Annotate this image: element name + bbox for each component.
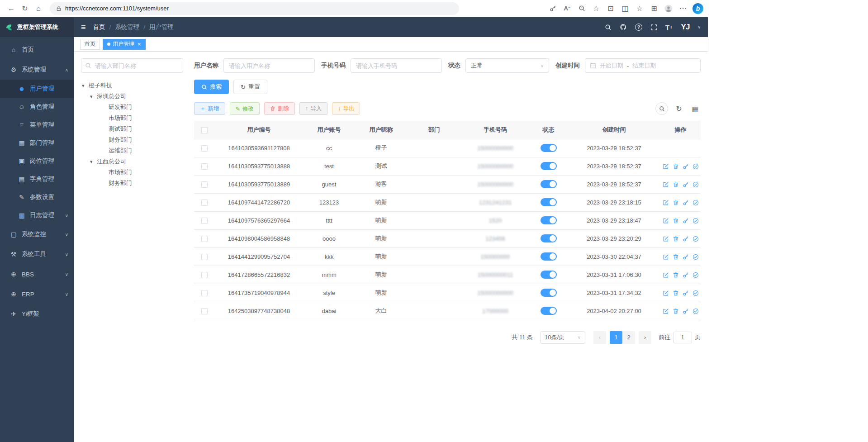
sidebar-item-yi[interactable]: ✈Yi框架	[0, 304, 74, 324]
status-toggle[interactable]	[541, 271, 557, 279]
reset-password-icon[interactable]	[683, 290, 689, 296]
check-circle-icon[interactable]	[693, 308, 699, 314]
delete-icon[interactable]	[673, 272, 679, 278]
check-circle-icon[interactable]	[693, 290, 699, 296]
row-checkbox[interactable]	[201, 308, 208, 314]
sidebar-item-system[interactable]: ⚙系统管理∧	[0, 60, 74, 80]
read-aloud-icon[interactable]: A”	[560, 2, 574, 15]
add-button[interactable]: ＋新增	[194, 102, 225, 115]
reset-password-icon[interactable]	[683, 236, 689, 242]
check-circle-icon[interactable]	[693, 272, 699, 278]
help-icon[interactable]: ?	[635, 24, 642, 31]
edit-icon[interactable]	[663, 236, 669, 242]
refresh-table-icon[interactable]: ↻	[674, 102, 684, 115]
tree-node[interactable]: 运维部门	[81, 145, 183, 156]
edit-icon[interactable]	[663, 181, 669, 188]
tab-home[interactable]: 首页	[80, 39, 100, 50]
sidebar-item-user[interactable]: ☻用户管理	[0, 80, 74, 98]
zoom-icon[interactable]	[575, 2, 588, 15]
sidebar-item-log[interactable]: ▥日志管理∨	[0, 206, 74, 224]
sidebar-item-dict[interactable]: ▤字典管理	[0, 170, 74, 188]
search-button[interactable]: 搜索	[194, 80, 229, 94]
status-toggle[interactable]	[541, 307, 557, 315]
split-screen-icon[interactable]: ◫	[618, 2, 632, 15]
row-checkbox[interactable]	[201, 254, 208, 260]
sidebar-item-dept[interactable]: ▦部门管理	[0, 134, 74, 152]
font-size-icon[interactable]: TT	[665, 24, 673, 31]
sidebar-item-role[interactable]: ☺角色管理	[0, 98, 74, 116]
check-circle-icon[interactable]	[693, 200, 699, 206]
tree-node[interactable]: 市场部门	[81, 167, 183, 178]
reset-password-icon[interactable]	[683, 308, 689, 314]
toggle-search-icon[interactable]	[655, 102, 668, 115]
sidebar-item-home[interactable]: ⌂首页	[0, 40, 74, 60]
row-checkbox[interactable]	[201, 163, 208, 170]
more-options-icon[interactable]: ⋯	[676, 2, 690, 15]
status-toggle[interactable]	[541, 162, 557, 170]
reset-password-icon[interactable]	[683, 200, 689, 206]
edit-icon[interactable]	[663, 272, 669, 278]
status-toggle[interactable]	[541, 216, 557, 224]
copilot-icon[interactable]: b	[693, 3, 703, 14]
user-avatar[interactable]: YJ	[681, 23, 690, 32]
delete-icon[interactable]	[673, 163, 679, 170]
edit-icon[interactable]	[663, 290, 669, 296]
close-icon[interactable]: ×	[138, 41, 141, 47]
page-button-1[interactable]: 1	[610, 331, 622, 344]
sidebar-item-tools[interactable]: ⚒系统工具∨	[0, 244, 74, 264]
status-toggle[interactable]	[541, 234, 557, 242]
import-button[interactable]: ↑导入	[299, 102, 327, 115]
edit-icon[interactable]	[663, 254, 669, 260]
collections-icon[interactable]: ⊞	[647, 2, 661, 15]
dept-search-input[interactable]	[81, 58, 183, 73]
row-checkbox[interactable]	[201, 272, 208, 278]
tree-node[interactable]: 研发部门	[81, 102, 183, 113]
check-circle-icon[interactable]	[693, 163, 699, 170]
sidebar-item-bbs[interactable]: ⊕BBS∨	[0, 264, 74, 284]
delete-icon[interactable]	[673, 308, 679, 314]
delete-icon[interactable]	[673, 236, 679, 242]
extensions-icon[interactable]: ⊡	[604, 2, 617, 15]
github-icon[interactable]	[620, 24, 627, 31]
phone-input[interactable]	[351, 58, 442, 73]
status-toggle[interactable]	[541, 180, 557, 188]
tree-node[interactable]: ▾江西总公司	[81, 156, 183, 167]
reset-password-icon[interactable]	[683, 272, 689, 278]
sidebar-item-post[interactable]: ▣岗位管理	[0, 152, 74, 170]
row-checkbox[interactable]	[201, 181, 208, 188]
tree-node[interactable]: 财务部门	[81, 134, 183, 145]
sidebar-toggle-icon[interactable]: ≡	[81, 23, 86, 32]
tree-node[interactable]: 市场部门	[81, 113, 183, 124]
status-toggle[interactable]	[541, 144, 557, 152]
reset-password-icon[interactable]	[683, 254, 689, 260]
back-icon[interactable]: ←	[5, 2, 18, 15]
edit-icon[interactable]	[663, 218, 669, 224]
goto-page-input[interactable]	[673, 332, 692, 343]
breadcrumb-item[interactable]: 首页	[93, 23, 105, 31]
tree-node[interactable]: 测试部门	[81, 124, 183, 134]
profile-avatar[interactable]	[662, 2, 675, 15]
username-input[interactable]	[223, 58, 315, 73]
sidebar-item-param[interactable]: ✎参数设置	[0, 188, 74, 206]
tree-node[interactable]: 财务部门	[81, 178, 183, 189]
address-bar[interactable]: https://ccnetcore.com:1101/system/user	[50, 2, 459, 15]
favorites-icon[interactable]: ☆	[633, 2, 646, 15]
edit-icon[interactable]	[663, 163, 669, 170]
status-toggle[interactable]	[541, 289, 557, 297]
check-circle-icon[interactable]	[693, 254, 699, 260]
reset-password-icon[interactable]	[683, 181, 689, 188]
edit-icon[interactable]	[663, 308, 669, 314]
next-page-button[interactable]: ›	[639, 331, 651, 344]
row-checkbox[interactable]	[201, 236, 208, 242]
fullscreen-icon[interactable]	[650, 24, 657, 31]
app-logo[interactable]: 意框架管理系统	[0, 17, 74, 37]
delete-icon[interactable]	[673, 181, 679, 188]
sidebar-item-menu[interactable]: ≡菜单管理	[0, 116, 74, 134]
edit-icon[interactable]	[663, 200, 669, 206]
breadcrumb-item[interactable]: 用户管理	[149, 23, 174, 31]
search-icon[interactable]	[605, 24, 612, 31]
delete-icon[interactable]	[673, 254, 679, 260]
row-checkbox[interactable]	[201, 290, 208, 296]
password-key-icon[interactable]	[546, 2, 560, 15]
status-select[interactable]: 正常 ∨	[465, 58, 549, 73]
